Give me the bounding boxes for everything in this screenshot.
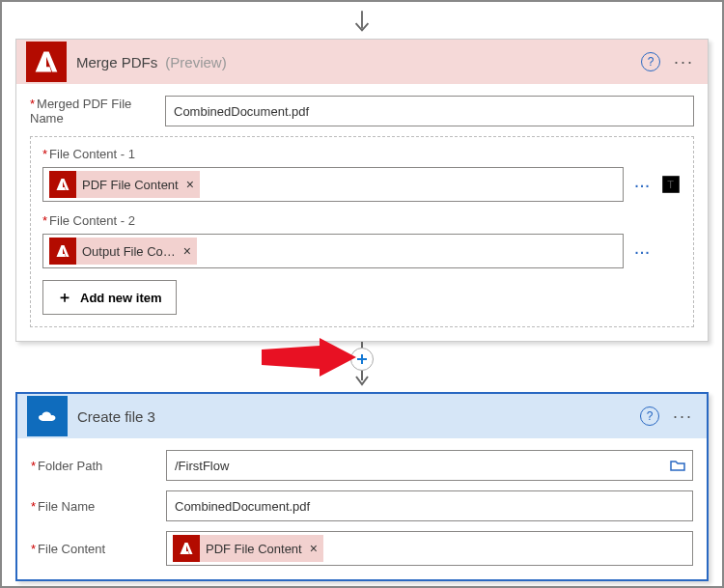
merge-pdfs-card: Merge PDFs (Preview) ? ··· *Merged PDF F… [15, 39, 709, 342]
adobe-icon [26, 42, 67, 82]
merged-filename-label: *Merged PDF File Name [30, 97, 165, 126]
merge-pdfs-title: Merge PDFs (Preview) [76, 54, 641, 70]
pdf-content-token-2[interactable]: Output File Co… × [49, 238, 197, 265]
add-new-item-button[interactable]: ＋ Add new item [42, 280, 177, 315]
token-remove-icon[interactable]: × [183, 243, 191, 259]
create-file-card: Create file 3 ? ··· *Folder Path /FirstF… [15, 392, 709, 581]
file-content-token[interactable]: PDF File Content × [173, 535, 323, 562]
help-icon[interactable]: ? [641, 52, 660, 71]
create-file-header[interactable]: Create file 3 ? ··· [17, 394, 707, 438]
flow-canvas: Merge PDFs (Preview) ? ··· *Merged PDF F… [0, 0, 724, 588]
file-content-group: *File Content - 1 PDF File Content × ··· [30, 136, 694, 327]
merge-pdfs-body: *Merged PDF File Name CombinedDocument.p… [16, 84, 708, 341]
card-menu-icon[interactable]: ··· [670, 52, 698, 72]
connector-top-arrow [15, 10, 709, 39]
insert-step-button[interactable] [350, 348, 374, 371]
folder-path-input[interactable]: /FirstFlow [166, 450, 693, 481]
pdf-content-token-1[interactable]: PDF File Content × [49, 171, 200, 198]
token-remove-icon[interactable]: × [310, 541, 318, 556]
adobe-token-icon [49, 171, 76, 198]
file-content-2-input[interactable]: Output File Co… × [42, 234, 624, 268]
help-icon[interactable]: ? [640, 406, 659, 426]
token-text: PDF File Content [206, 542, 302, 556]
merged-filename-input[interactable]: CombinedDocument.pdf [165, 96, 694, 126]
create-file-title: Create file 3 [77, 408, 640, 425]
merge-pdfs-header[interactable]: Merge PDFs (Preview) ? ··· [16, 40, 708, 84]
svg-marker-6 [262, 338, 356, 377]
content-1-more-icon[interactable]: ··· [629, 174, 654, 196]
file-content-label: *File Content [31, 542, 166, 556]
create-file-body: *Folder Path /FirstFlow *File Name Combi… [17, 438, 707, 579]
preview-suffix: (Preview) [165, 54, 226, 70]
token-text: Output File Co… [82, 244, 176, 259]
file-content-input[interactable]: PDF File Content × [166, 531, 693, 566]
file-name-label: *File Name [31, 499, 166, 514]
file-name-input[interactable]: CombinedDocument.pdf [166, 490, 693, 521]
adobe-token-icon [49, 238, 76, 265]
folder-path-label: *Folder Path [31, 459, 166, 473]
adobe-token-icon [173, 535, 200, 562]
array-mode-icon[interactable]: T [660, 174, 682, 195]
file-content-1-input[interactable]: PDF File Content × [42, 167, 624, 202]
callout-arrow-icon [262, 336, 358, 381]
plus-icon: ＋ [57, 288, 72, 308]
token-text: PDF File Content [82, 178, 179, 192]
token-remove-icon[interactable]: × [186, 177, 194, 192]
file-content-1-label: *File Content - 1 [42, 147, 682, 161]
card-menu-icon[interactable]: ··· [669, 406, 697, 427]
svg-text:T: T [667, 179, 674, 190]
file-content-2-label: *File Content - 2 [42, 213, 682, 228]
onedrive-icon [27, 396, 68, 436]
connector-between [15, 342, 709, 392]
content-2-more-icon[interactable]: ··· [629, 240, 654, 263]
folder-picker-icon[interactable] [667, 459, 688, 472]
